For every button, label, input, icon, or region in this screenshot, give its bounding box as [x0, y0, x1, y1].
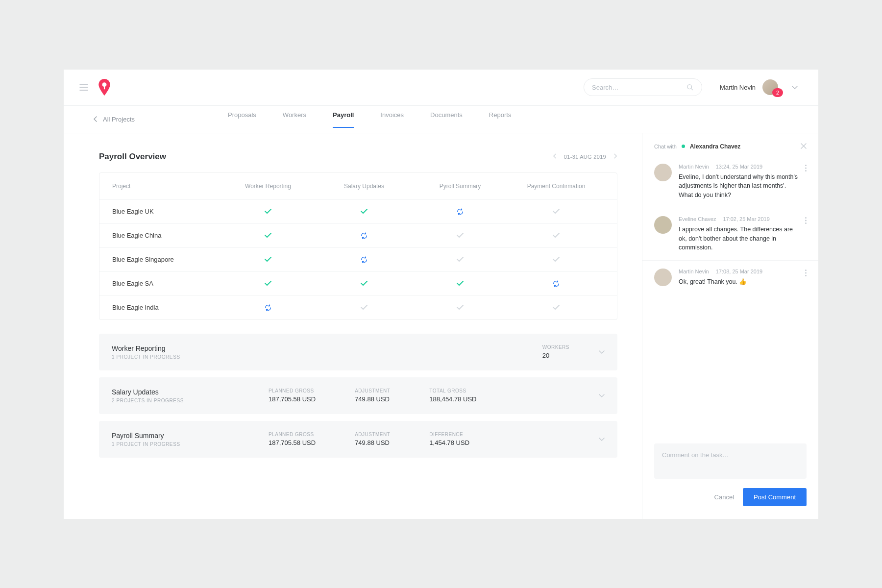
- app-logo[interactable]: [98, 79, 111, 96]
- topbar: Martin Nevin 2: [64, 70, 818, 106]
- svg-point-11: [805, 275, 807, 276]
- chevron-down-icon: [599, 438, 605, 441]
- chat-close-button[interactable]: [801, 143, 807, 150]
- check-icon: [361, 305, 368, 310]
- card-payroll-summary[interactable]: Payroll Summary 1 PROJECT IN PROGRESS PL…: [99, 421, 617, 458]
- user-name: Martin Nevin: [720, 84, 756, 91]
- status-pending: [412, 257, 508, 262]
- message-menu-button[interactable]: [805, 165, 807, 173]
- page-title: Payroll Overview: [99, 152, 166, 162]
- check-icon: [265, 233, 271, 238]
- project-name: Blue Eagle India: [112, 304, 220, 311]
- metric-value: 188,454.78 USD: [429, 395, 476, 403]
- status-done: [316, 209, 412, 214]
- kebab-icon: [805, 270, 807, 276]
- hamburger-icon: [79, 84, 88, 91]
- search-icon: [686, 84, 694, 91]
- sync-icon: [360, 232, 368, 240]
- status-done: [316, 281, 412, 286]
- back-link[interactable]: All Projects: [93, 116, 135, 123]
- date-range-label: 01-31 AUG 2019: [564, 154, 606, 160]
- tab-reports[interactable]: Reports: [489, 111, 512, 127]
- check-icon: [265, 209, 271, 214]
- cancel-button[interactable]: Cancel: [714, 493, 734, 501]
- expand-toggle[interactable]: [599, 392, 605, 399]
- message-time: 17:08, 25 Mar 2019: [716, 269, 762, 274]
- message-menu-button[interactable]: [805, 217, 807, 225]
- message-avatar: [654, 164, 672, 181]
- table-row[interactable]: Blue Eagle SA: [99, 271, 617, 295]
- svg-rect-1: [104, 86, 105, 89]
- expand-toggle[interactable]: [599, 436, 605, 443]
- metric-value: 20: [542, 352, 569, 359]
- chevron-left-icon: [553, 153, 556, 159]
- back-label: All Projects: [103, 116, 135, 123]
- table-row[interactable]: Blue Eagle India: [99, 295, 617, 319]
- check-icon: [457, 233, 464, 238]
- tab-proposals[interactable]: Proposals: [228, 111, 256, 127]
- expand-toggle[interactable]: [599, 348, 605, 356]
- tab-invoices[interactable]: Invoices: [380, 111, 404, 127]
- date-prev-button[interactable]: [553, 153, 556, 160]
- message-text: Ok, great! Thank you. 👍: [679, 277, 798, 287]
- search-input[interactable]: [592, 84, 686, 91]
- card-worker-reporting[interactable]: Worker Reporting 1 PROJECT IN PROGRESS W…: [99, 334, 617, 370]
- status-in-progress: [316, 232, 412, 240]
- card-salary-updates[interactable]: Salary Updates 2 PROJECTS IN PROGRESS PL…: [99, 377, 617, 414]
- chevron-left-icon: [93, 116, 97, 122]
- tab-workers[interactable]: Workers: [283, 111, 306, 127]
- status-pending: [316, 305, 412, 310]
- message-menu-button[interactable]: [805, 270, 807, 278]
- user-menu[interactable]: Martin Nevin 2: [720, 79, 798, 95]
- notification-badge[interactable]: 2: [772, 88, 783, 97]
- project-name: Blue Eagle China: [112, 232, 220, 239]
- metric-label: DIFFERENCE: [429, 432, 469, 437]
- body: Payroll Overview 01-31 AUG 2019 Project …: [64, 133, 818, 519]
- nav-tabs: Proposals Workers Payroll Invoices Docum…: [228, 111, 511, 127]
- metric-label: PLANNED GROSS: [269, 432, 316, 437]
- svg-point-8: [805, 222, 807, 224]
- table-row[interactable]: Blue Eagle China: [99, 223, 617, 247]
- card-title: Salary Updates: [112, 388, 269, 396]
- main-content: Payroll Overview 01-31 AUG 2019 Project …: [64, 133, 642, 519]
- table-row[interactable]: Blue Eagle UK: [99, 199, 617, 223]
- status-done: [220, 233, 316, 238]
- chat-messages[interactable]: Martin Nevin 13:24, 25 Mar 2019 Eveline,…: [642, 156, 818, 435]
- search-field[interactable]: [584, 78, 702, 96]
- metric: ADJUSTMENT 749.88 USD: [355, 388, 390, 403]
- app-window: Martin Nevin 2 All Projects Proposals Wo…: [64, 70, 818, 519]
- sync-icon: [552, 280, 560, 288]
- chat-message: Martin Nevin 17:08, 25 Mar 2019 Ok, grea…: [642, 261, 818, 294]
- post-comment-button[interactable]: Post Comment: [743, 488, 807, 506]
- status-in-progress: [220, 304, 316, 312]
- metric: TOTAL GROSS 188,454.78 USD: [429, 388, 476, 403]
- sync-icon: [264, 304, 272, 312]
- hamburger-menu-button[interactable]: [79, 84, 88, 91]
- comment-input[interactable]: [654, 443, 807, 479]
- message-time: 13:24, 25 Mar 2019: [716, 164, 762, 170]
- metric-label: PLANNED GROSS: [269, 388, 316, 393]
- check-icon: [553, 305, 560, 310]
- table-row[interactable]: Blue Eagle Singapore: [99, 247, 617, 271]
- card-title: Worker Reporting: [112, 344, 269, 352]
- col-project: Project: [112, 183, 220, 190]
- check-icon: [265, 257, 271, 262]
- tab-documents[interactable]: Documents: [430, 111, 463, 127]
- avatar-wrap: 2: [762, 79, 778, 95]
- date-next-button[interactable]: [614, 153, 617, 160]
- metric-value: 187,705.58 USD: [269, 439, 316, 446]
- status-pending: [412, 233, 508, 238]
- subnav: All Projects Proposals Workers Payroll I…: [64, 106, 818, 133]
- message-text: I approve all changes. The differences a…: [679, 225, 798, 252]
- project-name: Blue Eagle UK: [112, 208, 220, 215]
- metric: PLANNED GROSS 187,705.58 USD: [269, 388, 316, 403]
- presence-dot-icon: [682, 145, 685, 148]
- user-menu-toggle[interactable]: [792, 84, 798, 91]
- status-pending: [412, 305, 508, 310]
- chat-with-label: Chat with: [654, 144, 677, 149]
- check-icon: [265, 281, 271, 286]
- message-text: Eveline, I don't understand why this mon…: [679, 172, 798, 200]
- tab-payroll[interactable]: Payroll: [333, 111, 354, 127]
- check-icon: [553, 233, 560, 238]
- status-pending: [508, 305, 604, 310]
